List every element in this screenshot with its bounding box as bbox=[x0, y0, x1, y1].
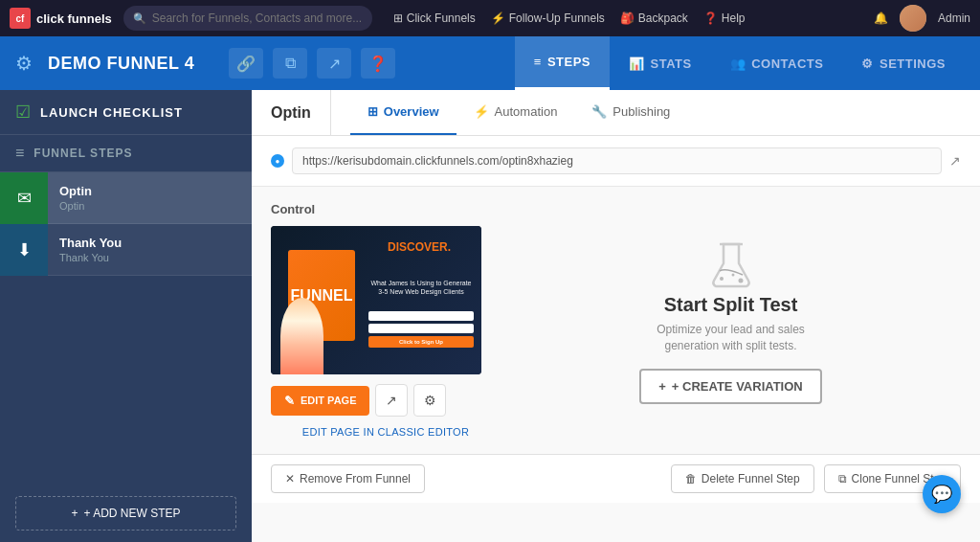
add-step-label: + ADD NEW STEP bbox=[83, 507, 180, 520]
export-action-button[interactable]: ↗ bbox=[317, 48, 351, 79]
logo[interactable]: cf click funnels bbox=[10, 8, 112, 29]
search-icon: 🔍 bbox=[133, 12, 146, 25]
optin-step-name: Optin bbox=[59, 184, 240, 198]
form-field-1 bbox=[368, 311, 474, 321]
bottom-left-actions: ✕ Remove From Funnel bbox=[271, 464, 425, 493]
control-label: Control bbox=[271, 202, 501, 216]
contacts-icon: 👥 bbox=[730, 56, 746, 71]
tab-automation[interactable]: ⚡ Automation bbox=[457, 90, 575, 135]
tab-steps[interactable]: ≡ STEPS bbox=[515, 36, 610, 90]
main-layout: ☑ LAUNCH CHECKLIST ≡ FUNNEL STEPS ✉ Opti… bbox=[0, 90, 980, 542]
backpack-nav-link[interactable]: 🎒 Backpack bbox=[620, 11, 688, 25]
split-test-title: Start Split Test bbox=[664, 294, 798, 316]
sidebar-item-thankyou[interactable]: ⬇ Thank You Thank You bbox=[0, 224, 252, 276]
automation-label: Automation bbox=[495, 104, 558, 119]
plus-variation-icon: + bbox=[658, 379, 666, 394]
sidebar-item-optin[interactable]: ✉ Optin Optin bbox=[0, 172, 252, 224]
url-bar-section: ● ↗ bbox=[252, 136, 980, 187]
thankyou-step-sub: Thank You bbox=[59, 252, 240, 263]
search-input[interactable] bbox=[152, 11, 363, 25]
copy-action-button[interactable]: ⧉ bbox=[273, 48, 307, 79]
form-submit-btn: Click to Sign Up bbox=[368, 336, 474, 348]
admin-label[interactable]: Admin bbox=[938, 11, 970, 25]
remove-from-funnel-button[interactable]: ✕ Remove From Funnel bbox=[271, 464, 425, 493]
launch-checklist-item[interactable]: ☑ LAUNCH CHECKLIST bbox=[0, 90, 252, 135]
checkbox-icon: ☑ bbox=[15, 102, 31, 123]
url-input[interactable] bbox=[292, 147, 942, 174]
funnel-header: ⚙ DEMO FUNNEL 4 🔗 ⧉ ↗ ❓ ≡ STEPS 📊 STATS … bbox=[0, 36, 980, 90]
gear-icon: ⚙ bbox=[15, 52, 33, 75]
help-nav-link[interactable]: ❓ Help bbox=[703, 11, 746, 25]
content-area: Optin ⊞ Overview ⚡ Automation 🔧 Publishi… bbox=[252, 90, 980, 542]
logo-icon: cf bbox=[10, 8, 31, 29]
delete-funnel-step-button[interactable]: 🗑 Delete Funnel Step bbox=[671, 464, 814, 493]
clone-icon: ⧉ bbox=[838, 472, 847, 486]
publishing-icon: 🔧 bbox=[591, 104, 607, 119]
share-icon-button[interactable]: ↗ bbox=[375, 384, 408, 417]
automation-icon: ⚡ bbox=[474, 104, 489, 119]
download-icon: ⬇ bbox=[17, 239, 32, 260]
overview-icon: ⊞ bbox=[368, 104, 378, 119]
steps-label: STEPS bbox=[547, 55, 590, 69]
email-icon: ✉ bbox=[17, 188, 32, 209]
bottom-bar: ✕ Remove From Funnel 🗑 Delete Funnel Ste… bbox=[252, 454, 980, 503]
optin-icon-col: ✉ bbox=[0, 172, 48, 224]
publishing-label: Publishing bbox=[612, 104, 670, 119]
remove-from-funnel-label: Remove From Funnel bbox=[300, 472, 411, 486]
external-link-icon[interactable]: ↗ bbox=[949, 153, 961, 169]
settings-icon: ⚙ bbox=[861, 56, 874, 71]
edit-page-button[interactable]: ✎ EDIT PAGE bbox=[271, 386, 369, 416]
contacts-label: CONTACTS bbox=[751, 56, 823, 71]
stats-icon: 📊 bbox=[629, 56, 645, 71]
page-tabs-bar: Optin ⊞ Overview ⚡ Automation 🔧 Publishi… bbox=[252, 90, 980, 136]
tab-overview[interactable]: ⊞ Overview bbox=[350, 90, 457, 135]
control-column: Control FUNNEL DISCOVER. What James bbox=[271, 202, 501, 439]
flask-icon bbox=[702, 237, 760, 294]
split-section: Control FUNNEL DISCOVER. What James bbox=[252, 187, 980, 454]
create-variation-label: + CREATE VARIATION bbox=[672, 379, 803, 394]
funnel-steps-label: FUNNEL STEPS bbox=[33, 147, 132, 160]
remove-icon: ✕ bbox=[285, 472, 295, 486]
url-indicator: ● bbox=[271, 154, 284, 168]
follow-up-nav-link[interactable]: ⚡ Follow-Up Funnels bbox=[491, 11, 605, 25]
svg-point-1 bbox=[720, 277, 724, 281]
overview-label: Overview bbox=[384, 104, 439, 119]
thankyou-icon-col: ⬇ bbox=[0, 224, 48, 276]
steps-icon: ≡ bbox=[534, 55, 542, 69]
plus-icon: + bbox=[71, 507, 78, 520]
optin-step-info: Optin Optin bbox=[48, 172, 252, 224]
settings-icon-button[interactable]: ⚙ bbox=[413, 384, 446, 417]
avatar[interactable] bbox=[900, 5, 926, 32]
form-field-2 bbox=[368, 324, 474, 333]
trash-icon: 🗑 bbox=[685, 472, 697, 486]
edit-page-actions: ✎ EDIT PAGE ↗ ⚙ bbox=[271, 384, 501, 417]
split-test-description: Optimize your lead and sales generation … bbox=[635, 322, 827, 354]
add-new-step-button[interactable]: + + ADD NEW STEP bbox=[15, 496, 236, 531]
funnel-title: DEMO FUNNEL 4 bbox=[48, 54, 194, 74]
svg-point-3 bbox=[738, 278, 743, 282]
create-variation-button[interactable]: + + CREATE VARIATION bbox=[639, 369, 821, 404]
classic-editor-anchor[interactable]: EDIT PAGE IN CLASSIC EDITOR bbox=[302, 426, 469, 438]
launch-checklist-label: LAUNCH CHECKLIST bbox=[40, 105, 183, 120]
tab-settings[interactable]: ⚙ SETTINGS bbox=[842, 36, 965, 90]
tab-stats[interactable]: 📊 STATS bbox=[610, 36, 711, 90]
classic-editor-link: EDIT PAGE IN CLASSIC EDITOR bbox=[271, 424, 501, 439]
chat-bubble-button[interactable]: 💬 bbox=[923, 475, 961, 513]
form-area: Click to Sign Up bbox=[368, 311, 474, 348]
notification-bell[interactable]: 🔔 bbox=[874, 11, 888, 25]
search-bar[interactable]: 🔍 bbox=[123, 6, 372, 31]
header-actions: 🔗 ⧉ ↗ ❓ bbox=[229, 48, 395, 79]
funnel-steps-header: ≡ FUNNEL STEPS bbox=[0, 135, 252, 172]
question-action-button[interactable]: ❓ bbox=[361, 48, 395, 79]
stats-label: STATS bbox=[651, 56, 692, 71]
thumbnail-inner: FUNNEL DISCOVER. What James Is Using to … bbox=[271, 226, 481, 374]
bottom-right-actions: 🗑 Delete Funnel Step ⧉ Clone Funnel Step bbox=[671, 464, 961, 493]
sidebar: ☑ LAUNCH CHECKLIST ≡ FUNNEL STEPS ✉ Opti… bbox=[0, 90, 252, 542]
edit-page-label: EDIT PAGE bbox=[301, 395, 356, 406]
click-funnels-nav-link[interactable]: ⊞ Click Funnels bbox=[393, 11, 476, 25]
delete-funnel-step-label: Delete Funnel Step bbox=[702, 472, 800, 486]
link-action-button[interactable]: 🔗 bbox=[229, 48, 263, 79]
optin-step-sub: Optin bbox=[59, 200, 240, 212]
tab-publishing[interactable]: 🔧 Publishing bbox=[574, 90, 687, 135]
tab-contacts[interactable]: 👥 CONTACTS bbox=[711, 36, 843, 90]
